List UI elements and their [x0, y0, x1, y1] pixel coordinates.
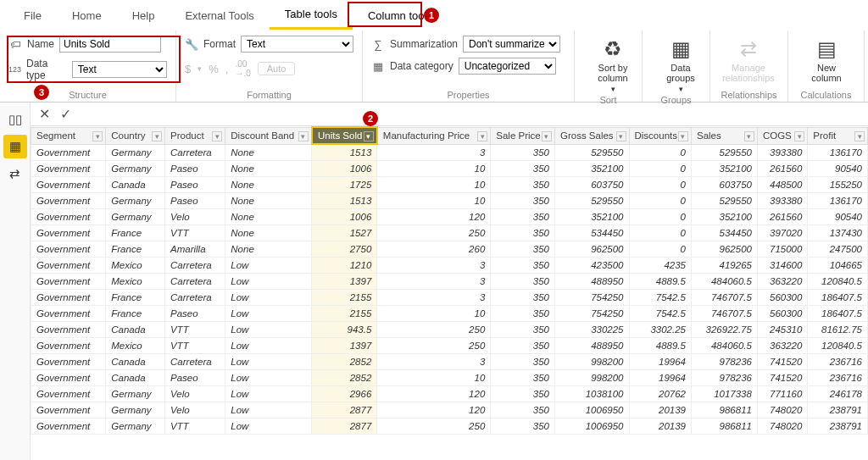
cell[interactable]: 350 — [491, 370, 555, 386]
column-header[interactable]: Product▾ — [165, 127, 225, 144]
cell[interactable]: 962500 — [554, 241, 629, 258]
cell[interactable]: 352100 — [554, 161, 629, 177]
filter-dropdown-icon[interactable]: ▾ — [152, 131, 162, 141]
cell[interactable]: Germany — [106, 193, 165, 209]
column-header[interactable]: Profit▾ — [808, 127, 868, 144]
cell[interactable]: 560300 — [757, 290, 807, 306]
cell[interactable]: Government — [31, 370, 106, 386]
tab-home[interactable]: Home — [57, 3, 117, 29]
cell[interactable]: 560300 — [757, 306, 807, 322]
column-header[interactable]: Segment▾ — [31, 127, 106, 144]
cell[interactable]: 245310 — [757, 322, 807, 338]
cell[interactable]: 1527 — [312, 225, 377, 241]
cell[interactable]: Paseo — [165, 306, 225, 322]
column-header[interactable]: Country▾ — [106, 127, 165, 144]
cell[interactable]: Germany — [106, 402, 165, 418]
table-row[interactable]: GovernmentCanadaCarreteraLow285233509982… — [31, 354, 868, 370]
cell[interactable]: 236716 — [808, 370, 868, 386]
cell[interactable]: 330225 — [554, 322, 629, 338]
cell[interactable]: None — [225, 193, 312, 209]
cell[interactable]: 350 — [491, 418, 555, 435]
cell[interactable]: 120840.5 — [808, 274, 868, 290]
cell[interactable]: 7542.5 — [629, 306, 691, 322]
cell[interactable]: 3302.25 — [629, 322, 691, 338]
table-row[interactable]: GovernmentGermanyVTTLow28772503501006950… — [31, 418, 868, 435]
cell[interactable]: Government — [31, 418, 106, 435]
new-column-button[interactable]: ▤ New column — [797, 36, 856, 83]
cell[interactable]: Germany — [106, 161, 165, 177]
cell[interactable]: 0 — [629, 241, 691, 258]
table-row[interactable]: GovernmentCanadaVTTLow943.52503503302253… — [31, 322, 868, 338]
cell[interactable]: 3 — [377, 290, 491, 306]
cell[interactable]: 350 — [491, 290, 555, 306]
cell[interactable]: 771160 — [757, 386, 807, 402]
cell[interactable]: Government — [31, 306, 106, 322]
cell[interactable]: 326922.75 — [691, 322, 757, 338]
cell[interactable]: 350 — [491, 402, 555, 418]
report-view-icon[interactable]: ▯▯ — [3, 108, 27, 131]
cell[interactable]: 484060.5 — [691, 338, 757, 354]
cell[interactable]: 0 — [629, 209, 691, 225]
cell[interactable]: Canada — [106, 354, 165, 370]
cell[interactable]: 741520 — [757, 354, 807, 370]
cell[interactable]: 350 — [491, 258, 555, 274]
cell[interactable]: Paseo — [165, 193, 225, 209]
column-header[interactable]: Gross Sales▾ — [554, 127, 629, 144]
cell[interactable]: France — [106, 225, 165, 241]
cell[interactable]: 393380 — [757, 193, 807, 209]
cell[interactable]: 1006 — [312, 161, 377, 177]
cell[interactable]: 4235 — [629, 258, 691, 274]
cell[interactable]: Germany — [106, 386, 165, 402]
cell[interactable]: Low — [225, 354, 312, 370]
cell[interactable]: Paseo — [165, 177, 225, 193]
cell[interactable]: 186407.5 — [808, 290, 868, 306]
cell[interactable]: Low — [225, 418, 312, 435]
cell[interactable]: Government — [31, 209, 106, 225]
cell[interactable]: 1006950 — [554, 418, 629, 435]
cell[interactable]: 534450 — [554, 225, 629, 241]
cell[interactable]: 748020 — [757, 418, 807, 435]
cell[interactable]: 419265 — [691, 258, 757, 274]
cell[interactable]: 978236 — [691, 354, 757, 370]
cell[interactable]: Low — [225, 258, 312, 274]
table-row[interactable]: GovernmentCanadaPaseoNone172510350603750… — [31, 177, 868, 193]
cell[interactable]: 0 — [629, 161, 691, 177]
cell[interactable]: 10 — [377, 370, 491, 386]
cell[interactable]: 186407.5 — [808, 306, 868, 322]
cell[interactable]: 0 — [629, 225, 691, 241]
cell[interactable]: 2966 — [312, 386, 377, 402]
cell[interactable]: 3 — [377, 258, 491, 274]
model-view-icon[interactable]: ⇄ — [3, 162, 27, 186]
cell[interactable]: 90540 — [808, 161, 868, 177]
cell[interactable]: 754250 — [554, 290, 629, 306]
cell[interactable]: 120 — [377, 209, 491, 225]
cell[interactable]: 1725 — [312, 177, 377, 193]
cell[interactable]: None — [225, 241, 312, 258]
cell[interactable]: 754250 — [554, 306, 629, 322]
cell[interactable]: 350 — [491, 241, 555, 258]
cell[interactable]: 250 — [377, 225, 491, 241]
cell[interactable]: 746707.5 — [691, 306, 757, 322]
cell[interactable]: Low — [225, 386, 312, 402]
cell[interactable]: Mexico — [106, 258, 165, 274]
cell[interactable]: France — [106, 241, 165, 258]
table-row[interactable]: GovernmentMexicoVTTLow139725035048895048… — [31, 338, 868, 354]
cell[interactable]: 236716 — [808, 354, 868, 370]
cell[interactable]: Carretera — [165, 258, 225, 274]
cell[interactable]: 534450 — [691, 225, 757, 241]
cell[interactable]: VTT — [165, 418, 225, 435]
filter-dropdown-icon[interactable]: ▾ — [477, 131, 487, 141]
cell[interactable]: 350 — [491, 354, 555, 370]
table-row[interactable]: GovernmentFrancePaseoLow2155103507542507… — [31, 306, 868, 322]
column-header[interactable]: Sale Price▾ — [491, 127, 555, 144]
filter-dropdown-icon[interactable]: ▾ — [744, 131, 754, 141]
cell[interactable]: 350 — [491, 306, 555, 322]
cell[interactable]: 10 — [377, 161, 491, 177]
cell[interactable]: 484060.5 — [691, 274, 757, 290]
cell[interactable]: None — [225, 177, 312, 193]
cell[interactable]: Government — [31, 322, 106, 338]
cell[interactable]: France — [106, 290, 165, 306]
cell[interactable]: 250 — [377, 322, 491, 338]
tab-table-tools[interactable]: Table tools — [270, 1, 353, 30]
cell[interactable]: 2155 — [312, 290, 377, 306]
